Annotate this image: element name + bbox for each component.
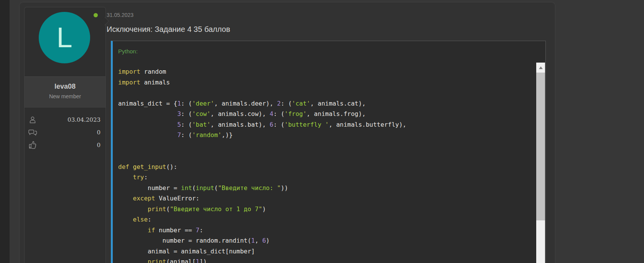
code-line: number = int(input("Введите число: ")) <box>118 183 530 194</box>
code-language-label: Python: <box>118 48 138 55</box>
code-scrollbar[interactable] <box>536 63 545 263</box>
code-line: number = random.randint(1, 6) <box>118 235 530 246</box>
code-line: else: <box>118 214 530 225</box>
scrollbar-up-arrow-icon <box>539 66 543 69</box>
code-line <box>118 151 530 162</box>
user-cell: L leva08 New member 03.04.2023 <box>24 7 106 263</box>
username-link[interactable]: leva08 <box>25 77 105 91</box>
code-line: import animals <box>118 77 530 88</box>
code-line: animals_dict = {1: ('deer', animals.deer… <box>118 98 530 109</box>
code-line <box>118 88 530 98</box>
username-block: leva08 New member <box>25 76 105 107</box>
code-line: if number == 7: <box>118 225 530 236</box>
user-stats: 03.04.2023 0 <box>25 107 105 263</box>
messages-count-value: 0 <box>97 129 100 136</box>
chat-icon <box>28 128 38 137</box>
online-indicator-dot <box>94 13 98 17</box>
stat-row-likes: 0 <box>28 139 100 151</box>
code-line <box>118 141 530 151</box>
stat-row-joined: 03.04.2023 <box>28 113 100 126</box>
post-date-link[interactable]: 31.05.2023 <box>107 12 133 18</box>
likes-count-value: 0 <box>97 142 100 149</box>
code-line: print(animal[1]) <box>118 256 530 263</box>
code-line: except ValueError: <box>118 193 530 204</box>
code-line: 5: ('bat', animals.bat), 6: ('butterfly … <box>118 119 530 130</box>
user-icon <box>28 116 37 124</box>
code-line: animal = animals_dict[number] <box>118 246 530 257</box>
forum-post: L leva08 New member 03.04.2023 <box>19 2 555 263</box>
code-scroll-area[interactable]: import randomimport animals animals_dict… <box>113 63 545 263</box>
avatar-cell-arrow <box>100 17 109 26</box>
page-left-gutter <box>0 0 10 263</box>
joined-date-value: 03.04.2023 <box>68 116 100 123</box>
scrollbar-up-button[interactable] <box>536 63 545 73</box>
code-block: Python: import randomimport animals anim… <box>111 41 546 263</box>
code-line: 7: ('random',)} <box>118 130 530 141</box>
stat-row-messages: 0 <box>28 126 100 139</box>
code-line: try: <box>118 172 530 183</box>
code-line: import random <box>118 66 530 77</box>
avatar-area: L <box>25 7 105 76</box>
code-line: 3: ('cow', animals.cow), 4: ('frog', ani… <box>118 109 530 119</box>
scrollbar-thumb[interactable] <box>536 73 545 220</box>
avatar[interactable]: L <box>39 12 90 63</box>
code-line: print("Введите число от 1 до 7") <box>118 204 530 215</box>
thumbs-up-icon <box>28 141 37 149</box>
user-role-label: New member <box>25 91 105 99</box>
post-title: Исключения: Задание 4 35 баллов <box>107 25 230 34</box>
code-content: import randomimport animals animals_dict… <box>118 66 530 263</box>
code-line: def get_input(): <box>118 162 530 172</box>
